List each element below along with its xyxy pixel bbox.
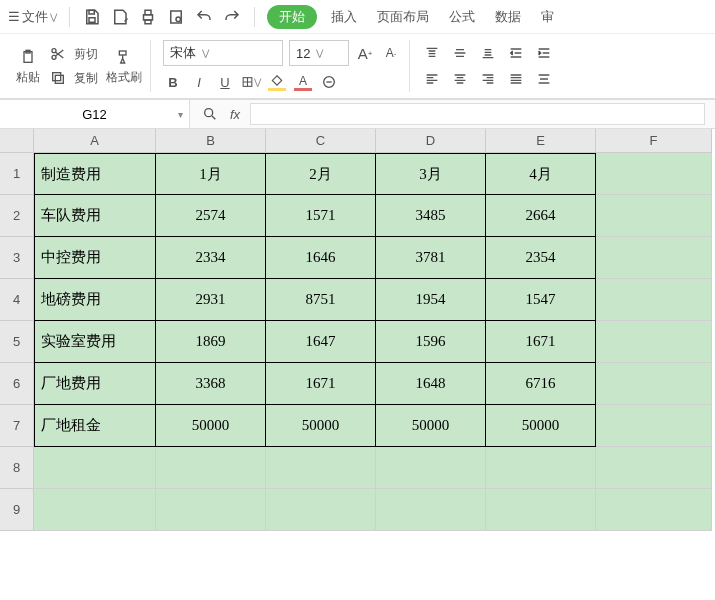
row-header[interactable]: 9 — [0, 489, 34, 531]
row-header[interactable]: 5 — [0, 321, 34, 363]
search-icon[interactable] — [200, 104, 220, 124]
cell[interactable]: 2334 — [156, 237, 266, 279]
cell[interactable]: 3月 — [376, 153, 486, 195]
increase-font-icon[interactable]: A+ — [355, 43, 375, 63]
italic-icon[interactable]: I — [189, 72, 209, 92]
cell[interactable]: 1671 — [266, 363, 376, 405]
distribute-icon[interactable] — [534, 69, 554, 89]
formula-input[interactable] — [250, 103, 705, 125]
cell[interactable]: 8751 — [266, 279, 376, 321]
font-size-select[interactable]: 12⋁ — [289, 40, 349, 66]
cell[interactable]: 6716 — [486, 363, 596, 405]
cell[interactable] — [596, 153, 712, 195]
cell[interactable]: 50000 — [486, 405, 596, 447]
phonetic-icon[interactable] — [319, 72, 339, 92]
font-name-select[interactable]: 宋体⋁ — [163, 40, 283, 66]
underline-icon[interactable]: U — [215, 72, 235, 92]
name-box[interactable]: ▾ — [0, 100, 190, 128]
fill-color-icon[interactable] — [267, 72, 287, 92]
row-header[interactable]: 6 — [0, 363, 34, 405]
cell[interactable] — [34, 447, 156, 489]
undo-icon[interactable] — [194, 7, 214, 27]
cell[interactable]: 1671 — [486, 321, 596, 363]
cell[interactable]: 50000 — [376, 405, 486, 447]
justify-icon[interactable] — [506, 69, 526, 89]
align-middle-icon[interactable] — [450, 43, 470, 63]
tab-insert[interactable]: 插入 — [325, 8, 363, 26]
cell[interactable]: 1646 — [266, 237, 376, 279]
tab-page-layout[interactable]: 页面布局 — [371, 8, 435, 26]
cell[interactable]: 1954 — [376, 279, 486, 321]
print-icon[interactable] — [138, 7, 158, 27]
bold-icon[interactable]: B — [163, 72, 183, 92]
align-left-icon[interactable] — [422, 69, 442, 89]
row-header[interactable]: 3 — [0, 237, 34, 279]
tab-data[interactable]: 数据 — [489, 8, 527, 26]
cell[interactable]: 1月 — [156, 153, 266, 195]
cell[interactable]: 50000 — [156, 405, 266, 447]
cell[interactable]: 4月 — [486, 153, 596, 195]
cell[interactable]: 1869 — [156, 321, 266, 363]
tab-review[interactable]: 审 — [535, 8, 560, 26]
cell[interactable]: 1547 — [486, 279, 596, 321]
select-all-corner[interactable] — [0, 129, 34, 153]
cell[interactable] — [376, 447, 486, 489]
cell[interactable] — [486, 447, 596, 489]
tab-start[interactable]: 开始 — [267, 5, 317, 29]
cell[interactable] — [156, 489, 266, 531]
increase-indent-icon[interactable] — [534, 43, 554, 63]
cell[interactable] — [596, 279, 712, 321]
cell[interactable] — [596, 363, 712, 405]
cell[interactable]: 2664 — [486, 195, 596, 237]
decrease-indent-icon[interactable] — [506, 43, 526, 63]
col-header[interactable]: C — [266, 129, 376, 153]
cell[interactable] — [596, 489, 712, 531]
col-header[interactable]: F — [596, 129, 712, 153]
cut-button[interactable]: 剪切 — [48, 44, 98, 64]
align-center-icon[interactable] — [450, 69, 470, 89]
cell[interactable] — [376, 489, 486, 531]
cell[interactable]: 1647 — [266, 321, 376, 363]
cell[interactable] — [486, 489, 596, 531]
row-header[interactable]: 2 — [0, 195, 34, 237]
app-menu-button[interactable]: ☰ 文件 ⋁ — [8, 8, 57, 26]
cell[interactable]: 3368 — [156, 363, 266, 405]
col-header[interactable]: B — [156, 129, 266, 153]
cell[interactable] — [596, 237, 712, 279]
row-header[interactable]: 8 — [0, 447, 34, 489]
cell[interactable] — [596, 405, 712, 447]
cell[interactable] — [596, 321, 712, 363]
cell[interactable]: 3781 — [376, 237, 486, 279]
save-as-icon[interactable] — [110, 7, 130, 27]
cell[interactable]: 1648 — [376, 363, 486, 405]
cell[interactable]: 50000 — [266, 405, 376, 447]
row-header[interactable]: 1 — [0, 153, 34, 195]
cell[interactable]: 制造费用 — [34, 153, 156, 195]
save-icon[interactable] — [82, 7, 102, 27]
spreadsheet[interactable]: ABCDEF1制造费用1月2月3月4月2车队费用2574157134852664… — [0, 129, 715, 531]
font-color-icon[interactable]: A — [293, 72, 313, 92]
cell[interactable]: 车队费用 — [34, 195, 156, 237]
col-header[interactable]: A — [34, 129, 156, 153]
cell[interactable]: 1571 — [266, 195, 376, 237]
align-right-icon[interactable] — [478, 69, 498, 89]
fx-icon[interactable]: fx — [230, 107, 240, 122]
cell[interactable]: 1596 — [376, 321, 486, 363]
col-header[interactable]: E — [486, 129, 596, 153]
cell[interactable] — [596, 447, 712, 489]
align-top-icon[interactable] — [422, 43, 442, 63]
cell[interactable] — [596, 195, 712, 237]
paste-button[interactable]: 粘贴 — [16, 47, 40, 86]
col-header[interactable]: D — [376, 129, 486, 153]
tab-formulas[interactable]: 公式 — [443, 8, 481, 26]
cell[interactable]: 2574 — [156, 195, 266, 237]
copy-button[interactable]: 复制 — [48, 68, 98, 88]
cell[interactable]: 3485 — [376, 195, 486, 237]
cell[interactable] — [34, 489, 156, 531]
cell[interactable]: 中控费用 — [34, 237, 156, 279]
decrease-font-icon[interactable]: A- — [381, 43, 401, 63]
cell[interactable] — [156, 447, 266, 489]
redo-icon[interactable] — [222, 7, 242, 27]
row-header[interactable]: 7 — [0, 405, 34, 447]
cell[interactable] — [266, 447, 376, 489]
